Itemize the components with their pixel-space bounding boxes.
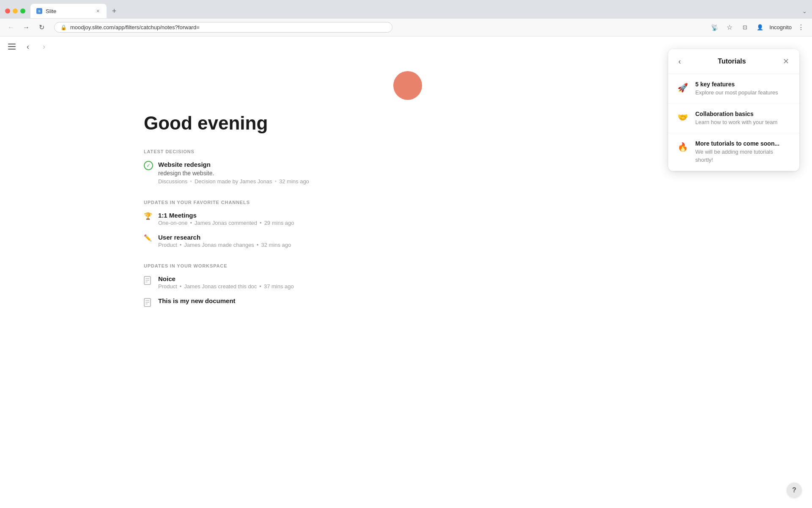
browser-chrome: S Slite ✕ + ⌄ ← → ↻ 🔒 moodjoy.slite.com/… <box>0 0 812 36</box>
active-tab[interactable]: S Slite ✕ <box>30 4 107 18</box>
greeting-heading: Good evening <box>144 113 440 134</box>
meetings-icon: 🏆 <box>144 212 153 221</box>
extensions-icon[interactable]: ⊡ <box>739 22 751 33</box>
decision-content: Website redesign redesign the website. D… <box>158 161 309 185</box>
scroll-fade <box>0 483 812 508</box>
noice-action: James Jonas created this doc <box>184 283 257 290</box>
research-workspace: Product <box>158 242 177 248</box>
tutorial-collab-title: Collaboration basics <box>695 110 777 117</box>
close-window-btn[interactable] <box>5 8 10 14</box>
tab-label: Slite <box>46 8 56 14</box>
channel-item-meetings: 🏆 1:1 Meetings One-on-one • James Jonas … <box>144 212 440 226</box>
noice-time: 37 mins ago <box>264 283 294 290</box>
tutorial-collab-desc: Learn how to work with your team <box>695 119 777 126</box>
tutorials-panel: ‹ Tutorials ✕ 🚀 5 key features Explore o… <box>668 49 799 171</box>
decision-item: ✓ Website redesign redesign the website.… <box>144 161 440 185</box>
profile-btn[interactable]: 👤 <box>754 22 766 33</box>
decorative-circle <box>393 71 422 100</box>
tutorials-close-btn[interactable]: ✕ <box>780 56 792 67</box>
new-tab-btn[interactable]: + <box>108 5 120 17</box>
channel-title-research[interactable]: User research <box>158 234 291 241</box>
decision-check-icon: ✓ <box>144 161 153 170</box>
nav-forward-btn[interactable]: › <box>38 41 50 52</box>
decision-meta: Discussions • Decision made by James Jon… <box>158 178 309 185</box>
help-button[interactable]: ? <box>787 483 802 498</box>
app-content: ‹ › Good evening LATEST DECISIONS ✓ Webs… <box>0 36 812 508</box>
decision-meta-author: Decision made by James Jonas <box>195 178 272 185</box>
tutorial-fire-icon: 🔥 <box>676 140 689 154</box>
workspace-item-noice: Noice Product • James Jonas created this… <box>144 275 440 290</box>
tutorial-features-title: 5 key features <box>695 81 778 88</box>
maximize-window-btn[interactable] <box>20 8 25 14</box>
research-icon: ✏️ <box>144 234 153 243</box>
meetings-workspace: One-on-one <box>158 220 187 226</box>
decision-desc: redesign the website. <box>158 170 309 177</box>
tab-favicon: S <box>36 8 42 14</box>
tutorial-features-content: 5 key features Explore our most popular … <box>695 81 778 97</box>
dot-separator-2: • <box>274 178 277 185</box>
channel-content-research: User research Product • James Jonas made… <box>158 234 291 248</box>
toolbar-right: 📡 ☆ ⊡ 👤 Incognito ⋮ <box>708 22 807 33</box>
menu-btn[interactable]: ⋮ <box>795 22 807 33</box>
workspace-item-newdoc: This is my new document <box>144 297 440 307</box>
research-action: James Jonas made changes <box>184 242 254 248</box>
workspace-content-newdoc: This is my new document <box>158 297 236 305</box>
channel-item-research: ✏️ User research Product • James Jonas m… <box>144 234 440 248</box>
bookmark-icon[interactable]: ☆ <box>724 22 735 33</box>
forward-btn[interactable]: → <box>20 22 32 33</box>
channel-meta-meetings: One-on-one • James Jonas commented • 29 … <box>158 220 294 226</box>
meetings-time: 29 mins ago <box>264 220 294 226</box>
decision-meta-time: 32 mins ago <box>279 178 309 185</box>
lock-icon: 🔒 <box>60 25 67 30</box>
latest-decisions-label: LATEST DECISIONS <box>144 149 440 154</box>
workspace-label: UPDATES IN YOUR WORKSPACE <box>144 263 440 268</box>
url-text: moodjoy.slite.com/app/filters/catchup/no… <box>70 24 386 30</box>
svg-rect-1 <box>8 46 16 47</box>
noice-workspace: Product <box>158 283 177 290</box>
tutorial-item-more[interactable]: 🔥 More tutorials to come soon... We will… <box>668 133 799 171</box>
channel-title-meetings[interactable]: 1:1 Meetings <box>158 212 294 219</box>
workspace-title-noice[interactable]: Noice <box>158 275 294 282</box>
channel-content-meetings: 1:1 Meetings One-on-one • James Jonas co… <box>158 212 294 226</box>
svg-rect-0 <box>8 44 16 44</box>
sidebar-toggle-btn[interactable] <box>6 41 18 52</box>
favorite-channels-section: UPDATES IN YOUR FAVORITE CHANNELS 🏆 1:1 … <box>144 200 440 248</box>
tutorials-back-btn[interactable]: ‹ <box>676 56 683 67</box>
tutorial-more-title: More tutorials to come soon... <box>695 140 792 147</box>
back-btn[interactable]: ← <box>5 22 17 33</box>
maximize-icon: ⌄ <box>802 8 807 14</box>
profile-label: Incognito <box>769 24 792 30</box>
tutorial-item-collab[interactable]: 🤝 Collaboration basics Learn how to work… <box>668 104 799 133</box>
newdoc-doc-icon <box>144 298 153 307</box>
reload-btn[interactable]: ↻ <box>36 22 47 33</box>
dot-separator: • <box>190 178 192 185</box>
workspace-section: UPDATES IN YOUR WORKSPACE Noice Product … <box>144 263 440 307</box>
channel-meta-research: Product • James Jonas made changes • 32 … <box>158 242 291 248</box>
minimize-window-btn[interactable] <box>13 8 18 14</box>
app-nav: ‹ › <box>0 36 56 57</box>
address-bar[interactable]: 🔒 moodjoy.slite.com/app/filters/catchup/… <box>54 22 392 33</box>
tutorials-panel-title: Tutorials <box>683 58 780 65</box>
tutorial-collab-content: Collaboration basics Learn how to work w… <box>695 110 777 126</box>
decision-title[interactable]: Website redesign <box>158 161 309 168</box>
traffic-lights <box>5 8 25 14</box>
latest-decisions-section: LATEST DECISIONS ✓ Website redesign rede… <box>144 149 440 185</box>
tutorial-features-desc: Explore our most popular features <box>695 89 778 97</box>
workspace-content-noice: Noice Product • James Jonas created this… <box>158 275 294 290</box>
cast-icon[interactable]: 📡 <box>708 22 720 33</box>
tutorial-collab-icon: 🤝 <box>676 110 689 124</box>
meetings-action: James Jonas commented <box>195 220 257 226</box>
tutorial-item-features[interactable]: 🚀 5 key features Explore our most popula… <box>668 74 799 104</box>
research-time: 32 mins ago <box>261 242 291 248</box>
tutorials-header: ‹ Tutorials ✕ <box>668 49 799 74</box>
svg-rect-2 <box>8 49 16 50</box>
nav-back-btn[interactable]: ‹ <box>22 41 34 52</box>
tab-close-btn[interactable]: ✕ <box>95 8 101 14</box>
decision-meta-channel: Discussions <box>158 178 187 185</box>
favorite-channels-label: UPDATES IN YOUR FAVORITE CHANNELS <box>144 200 440 205</box>
tab-bar: S Slite ✕ + ⌄ <box>0 0 812 19</box>
hamburger-icon <box>8 44 16 50</box>
browser-toolbar: ← → ↻ 🔒 moodjoy.slite.com/app/filters/ca… <box>0 19 812 36</box>
workspace-title-newdoc[interactable]: This is my new document <box>158 297 236 304</box>
tutorial-more-content: More tutorials to come soon... We will b… <box>695 140 792 163</box>
